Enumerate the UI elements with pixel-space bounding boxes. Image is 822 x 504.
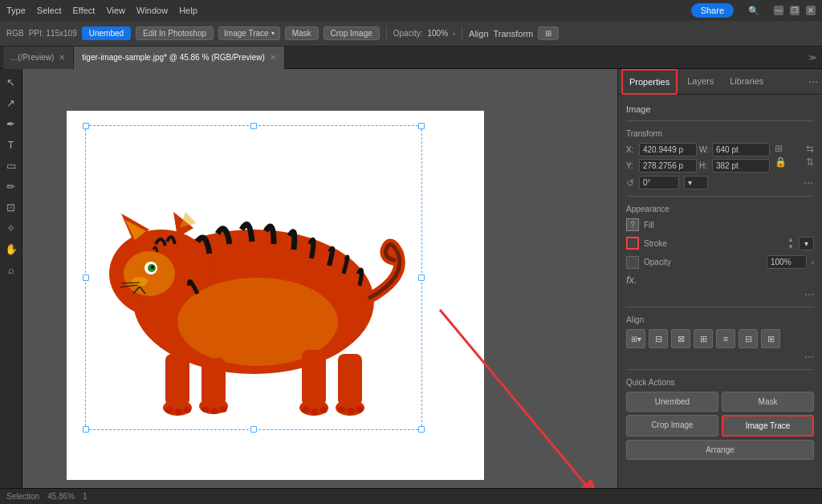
qa-arrange-button[interactable]: Arrange [626, 440, 814, 460]
divider-2 [626, 196, 814, 197]
align-more-button[interactable]: ⋯ [626, 352, 814, 363]
align-bottom-button[interactable]: ⊟ [739, 329, 758, 348]
qa-unembed-button[interactable]: Unembed [626, 392, 718, 412]
svg-point-23 [201, 406, 210, 413]
search-icon[interactable]: 🔍 [745, 2, 763, 19]
image-section-title: Image [626, 104, 814, 114]
transform-grid-icon[interactable]: ⊞ [775, 143, 787, 154]
image-trace-dropdown[interactable]: Image Trace ▾ [218, 26, 280, 40]
window-controls: — ❐ ✕ [774, 6, 816, 15]
svg-point-8 [151, 266, 154, 269]
fill-icon[interactable]: ? [626, 218, 639, 231]
menu-type[interactable]: Type [6, 6, 26, 15]
fx-label: fx. [626, 274, 637, 286]
menu-view[interactable]: View [106, 6, 125, 15]
align-vertical-center-button[interactable]: ≡ [716, 329, 735, 348]
align-label: Align [469, 29, 488, 39]
stroke-swatch[interactable] [626, 237, 639, 250]
transform-options-button[interactable]: ⊞ [538, 26, 559, 40]
panel-more-button[interactable]: ⋯ [808, 76, 819, 87]
menu-select[interactable]: Select [37, 6, 62, 15]
fx-row: fx. [626, 274, 814, 286]
close-button[interactable]: ✕ [806, 6, 816, 15]
menu-window[interactable]: Window [136, 6, 168, 15]
opacity-value[interactable]: 100% [427, 29, 448, 38]
opacity-arrow-icon[interactable]: › [812, 258, 814, 266]
edit-in-photoshop-button[interactable]: Edit In Photoshop [136, 26, 214, 40]
svg-point-32 [319, 407, 328, 413]
svg-point-31 [311, 408, 319, 415]
pen-tool-button[interactable]: ✒ [2, 114, 21, 133]
svg-rect-26 [302, 350, 326, 406]
opacity-input[interactable] [767, 255, 807, 269]
rgb-label: RGB [6, 29, 24, 38]
align-left-button[interactable]: ⊞▾ [626, 329, 645, 348]
svg-point-34 [347, 408, 355, 414]
eyedropper-tool-button[interactable]: ✧ [2, 218, 21, 238]
opacity-icon [626, 256, 639, 269]
mask-button[interactable]: Mask [285, 26, 319, 40]
flip-h-icon[interactable]: ⇆ [806, 143, 814, 154]
toolbar: RGB PPI: 115x109 Unembed Edit In Photosh… [0, 21, 822, 47]
rotation-dropdown[interactable]: ▾ [684, 176, 708, 189]
qa-crop-image-button[interactable]: Crop Image [626, 415, 718, 437]
distribute-button[interactable]: ⊞ [761, 329, 780, 348]
qa-image-trace-button[interactable]: Image Trace [722, 415, 814, 437]
tab-properties[interactable]: Properties [621, 69, 678, 95]
transform-more-button[interactable]: ⋯ [804, 177, 814, 189]
h-label: H: [699, 161, 710, 170]
align-top-button[interactable]: ⊞ [694, 329, 713, 348]
opacity-row: Opacity › [626, 255, 814, 269]
menu-help[interactable]: Help [179, 6, 197, 15]
select-tool-button[interactable]: ↖ [2, 72, 21, 91]
tab-libraries[interactable]: Libraries [722, 69, 771, 95]
svg-point-20 [165, 407, 173, 413]
panel-collapse-button[interactable]: ≫ [806, 51, 819, 64]
panel-tabs: Properties Layers Libraries ⋯ [618, 69, 822, 95]
menu-bar: Type Select Effect View Window Help Shar… [0, 0, 822, 21]
stroke-color-picker[interactable]: ▾ [799, 237, 814, 250]
h-input[interactable] [712, 159, 770, 173]
opacity-expand-icon[interactable]: › [453, 30, 455, 38]
qa-mask-button[interactable]: Mask [722, 392, 814, 412]
tab-preview-close[interactable]: ✕ [59, 53, 65, 62]
quick-actions-grid: Unembed Mask Crop Image Image Trace [626, 392, 814, 437]
crop-image-button[interactable]: Crop Image [324, 26, 380, 40]
brush-tool-button[interactable]: ✏ [2, 177, 21, 196]
tab-layers[interactable]: Layers [679, 69, 722, 95]
w-input[interactable] [712, 143, 770, 156]
x-input[interactable] [639, 143, 697, 156]
flip-v-icon[interactable]: ⇅ [806, 156, 814, 168]
appearance-more-button[interactable]: ⋯ [626, 289, 814, 300]
align-horizontal-center-button[interactable]: ⊟ [649, 329, 668, 348]
y-input[interactable] [639, 159, 697, 173]
align-section-label: Align [626, 315, 814, 324]
zoom-tool-button[interactable]: ⌕ [2, 260, 21, 279]
svg-rect-16 [165, 354, 189, 406]
divider-1 [626, 120, 814, 121]
restore-button[interactable]: ❐ [790, 6, 800, 15]
menu-effect[interactable]: Effect [72, 6, 95, 15]
minimize-button[interactable]: — [774, 6, 783, 15]
tab-preview[interactable]: ...(/Preview) ✕ [3, 47, 74, 69]
svg-point-33 [338, 406, 346, 413]
shape-tool-button[interactable]: ▭ [2, 156, 21, 175]
type-tool-button[interactable]: T [2, 135, 21, 154]
tab-tiger[interactable]: tiger-image-sample.jpg* @ 45.86 % (RGB/P… [74, 47, 284, 69]
tab-tiger-close[interactable]: ✕ [270, 53, 276, 62]
rotation-input[interactable] [639, 176, 679, 189]
direct-select-tool-button[interactable]: ↗ [2, 93, 21, 112]
canvas-area[interactable] [22, 69, 617, 504]
hand-tool-button[interactable]: ✋ [2, 239, 21, 258]
tab-bar: ...(/Preview) ✕ tiger-image-sample.jpg* … [0, 47, 822, 69]
y-label: Y: [626, 161, 637, 170]
main-layout: ↖ ↗ ✒ T ▭ ✏ ⊡ ✧ ✋ ⌕ [0, 69, 822, 504]
stroke-stepper[interactable]: ▲▼ [787, 236, 794, 250]
lock-ratio-icon[interactable]: 🔒 [775, 156, 787, 168]
share-button[interactable]: Share [691, 3, 734, 18]
tiger-image[interactable] [85, 125, 422, 430]
align-right-button[interactable]: ⊠ [671, 329, 690, 348]
scale-tool-button[interactable]: ⊡ [2, 197, 21, 217]
fill-label: Fill [644, 221, 814, 230]
unembed-button[interactable]: Unembed [82, 26, 131, 40]
